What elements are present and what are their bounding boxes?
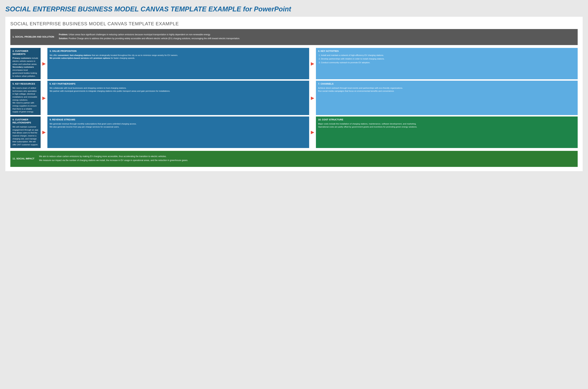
channels-label: 7. CHANNELS (318, 82, 576, 86)
customer-relationships-cell: 8. CUSTOMER RELATIONSHIPS We will mainta… (10, 117, 41, 148)
cost-structure-label: 10. COST STRUCTURE (318, 118, 576, 121)
revenue-streams-content: We generate revenue through monthly subs… (50, 122, 307, 146)
key-activity-1: Install and maintain a network of high-e… (321, 54, 576, 57)
social-impact-label: 11. SOCIAL IMPACT (10, 151, 36, 167)
solution-label: Solution: (59, 37, 68, 40)
social-problem-row: 1. SOCIAL PROBLEM AND SOLUTION Problem: … (10, 29, 578, 45)
customer-segments-content: Primary customers include electric vehic… (12, 57, 38, 77)
row-2: 2. CUSTOMER SEGMENTS Primary customers i… (10, 48, 578, 79)
cost-structure-cell: 10. COST STRUCTURE Major costs include t… (316, 117, 578, 148)
solution-text: Positive Charge aims to address this pro… (68, 37, 240, 40)
key-activities-label: 4. KEY ACTIVITIES (318, 50, 576, 53)
arrow-6: ► (311, 117, 314, 148)
arrow-5: ► (42, 117, 46, 148)
customer-segments-cell: 2. CUSTOMER SEGMENTS Primary customers i… (10, 48, 41, 79)
row-4: 8. CUSTOMER RELATIONSHIPS We will mainta… (10, 117, 578, 148)
social-problem-label: 1. SOCIAL PROBLEM AND SOLUTION (10, 29, 56, 45)
key-activities-content: Install and maintain a network of high-e… (318, 54, 576, 78)
arrow-2: ► (311, 48, 314, 79)
arrow-3: ► (42, 81, 46, 115)
key-resources-label: 5. KEY RESOURCES (12, 82, 38, 86)
cost-structure-content: Major costs include the installation of … (318, 122, 576, 146)
row-3: 5. KEY RESOURCES We need a team of skill… (10, 81, 578, 115)
revenue-streams-cell: 9. REVENUE STREAMS We generate revenue t… (47, 117, 309, 148)
revenue-streams-label: 9. REVENUE STREAMS (50, 118, 307, 121)
canvas-wrapper: SOCIAL ENTERPRISE BUSINESS MODEL CANVAS … (5, 17, 583, 171)
channels-cell: 7. CHANNELS Achieve direct outreach thro… (316, 81, 578, 115)
social-impact-content: We aim to reduce urban carbon emissions … (36, 151, 578, 167)
value-proposition-label: 3. VALUE PROPOSITION (50, 50, 307, 53)
key-activities-cell: 4. KEY ACTIVITIES Install and maintain a… (316, 48, 578, 79)
canvas-subtitle: SOCIAL ENTERPRISE BUSINESS MODEL CANVAS … (10, 21, 578, 27)
key-resources-content: We need a team of skilled technicians wh… (12, 87, 38, 113)
arrow-1: ► (42, 48, 46, 79)
customer-relationships-content: We will maintain customer engagement thr… (12, 125, 38, 146)
canvas-grid: 1. SOCIAL PROBLEM AND SOLUTION Problem: … (10, 29, 578, 167)
channels-content: Achieve direct outreach through local ev… (318, 87, 576, 113)
key-resources-cell: 5. KEY RESOURCES We need a team of skill… (10, 81, 41, 115)
value-proposition-content: We offer convenient, fast-charging stati… (50, 54, 307, 78)
customer-segments-label: 2. CUSTOMER SEGMENTS (12, 50, 38, 56)
value-proposition-cell: 3. VALUE PROPOSITION We offer convenient… (47, 48, 309, 79)
arrow-4: ► (311, 81, 314, 115)
key-partnerships-content: We collaborate with local businesses and… (50, 87, 307, 113)
key-partnerships-cell: 6. KEY PARTNERSHIPS We collaborate with … (47, 81, 309, 115)
key-activity-2: Develop partnerships with retailers in o… (321, 57, 576, 60)
social-impact-row: 11. SOCIAL IMPACT We aim to reduce urban… (10, 151, 578, 167)
problem-text: Urban areas face significant challenges … (68, 33, 211, 36)
page-title: SOCIAL ENTERPRISE BUSINESS MODEL CANVAS … (5, 5, 583, 13)
key-activity-3: Conduct community outreach to promote EV… (321, 61, 576, 64)
social-impact-line1: We aim to reduce urban carbon emissions … (39, 155, 575, 158)
problem-label: Problem: (59, 33, 68, 36)
customer-relationships-label: 8. CUSTOMER RELATIONSHIPS (12, 118, 38, 124)
social-problem-content: Problem: Urban areas face significant ch… (56, 29, 578, 45)
social-impact-line2: We measure our impact via the number of … (39, 159, 575, 162)
key-partnerships-label: 6. KEY PARTNERSHIPS (50, 82, 307, 86)
